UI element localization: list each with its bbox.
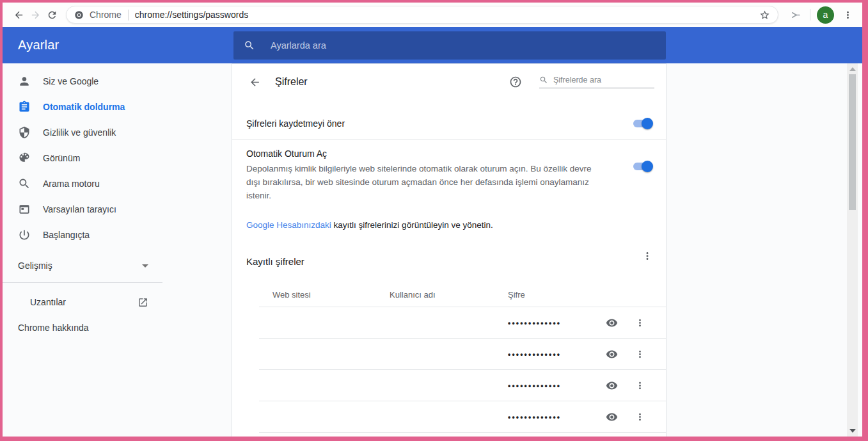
- omnibox[interactable]: Chrome chrome://settings/passwords: [66, 6, 778, 24]
- advanced-label: Gelişmiş: [18, 261, 52, 271]
- help-icon[interactable]: [509, 76, 522, 88]
- row-menu-icon[interactable]: [633, 378, 648, 394]
- sidebar-item-label: Otomatik doldurma: [43, 102, 125, 112]
- toggle-knob: [642, 161, 653, 172]
- table-row: •••••••••••••: [232, 339, 666, 370]
- auto-signin-row: Otomatik Oturum Aç Depolanmış kimlik bil…: [232, 140, 666, 202]
- password-search-placeholder: Şifrelerde ara: [553, 76, 601, 84]
- chrome-logo-icon: [74, 10, 84, 20]
- sidebar-advanced-toggle[interactable]: Gelişmiş: [3, 251, 162, 280]
- autofill-icon: [18, 100, 31, 113]
- sidebar-item-label: Başlangıçta: [43, 230, 90, 240]
- sidebar-item-search-engine[interactable]: Arama motoru: [3, 171, 162, 196]
- settings-sidebar: Siz ve Google Otomatik doldurma Gizlilik…: [3, 63, 162, 339]
- omnibox-product-label: Chrome: [90, 10, 122, 20]
- browser-window-icon: [18, 203, 31, 216]
- extension-icon[interactable]: [787, 6, 803, 23]
- scrollbar[interactable]: [847, 63, 858, 437]
- password-cell: •••••••••••••: [508, 413, 597, 422]
- bookmark-star-icon[interactable]: [756, 6, 773, 23]
- passwords-card: Şifreler Şifrelerde ara Şifreleri kaydet…: [232, 63, 667, 437]
- column-password: Şifre: [508, 290, 597, 300]
- page-title: Şifreler: [275, 76, 308, 88]
- avatar[interactable]: a: [817, 6, 834, 24]
- passwords-table-header: Web sitesi Kullanıcı adı Şifre: [232, 282, 666, 307]
- back-icon[interactable]: [10, 6, 27, 23]
- settings-search-input[interactable]: Ayarlarda ara: [233, 31, 666, 60]
- scrollbar-down-arrow-icon[interactable]: [849, 429, 856, 433]
- browser-menu-icon[interactable]: [839, 6, 856, 23]
- google-account-row: Google Hesabınızdaki kayıtlı şifrelerini…: [232, 202, 666, 230]
- auto-signin-description: Depolanmış kimlik bilgileriyle web sitel…: [246, 162, 604, 202]
- sidebar-item-you-and-google[interactable]: Siz ve Google: [3, 68, 162, 94]
- settings-title: Ayarlar: [18, 38, 59, 52]
- password-cell: •••••••••••••: [508, 319, 597, 328]
- omnibox-url[interactable]: chrome://settings/passwords: [135, 10, 756, 20]
- offer-save-label: Şifreleri kaydetmeyi öner: [246, 118, 345, 129]
- forward-icon[interactable]: [27, 6, 43, 23]
- toolbar-divider: [810, 9, 810, 20]
- browser-window: Chrome chrome://settings/passwords a Aya…: [3, 3, 862, 437]
- password-cell: •••••••••••••: [508, 381, 597, 390]
- row-menu-icon[interactable]: [633, 316, 648, 331]
- omnibox-separator: [128, 10, 129, 20]
- column-username: Kullanıcı adı: [390, 290, 508, 300]
- open-in-new-icon: [138, 297, 148, 308]
- offer-save-passwords-row: Şifreleri kaydetmeyi öner: [232, 108, 666, 140]
- table-row: •••••••••••••: [232, 307, 666, 339]
- password-cell: •••••••••••••: [508, 350, 597, 359]
- scrollbar-thumb[interactable]: [849, 74, 856, 210]
- reload-icon[interactable]: [43, 6, 60, 23]
- screenshot-frame: Chrome chrome://settings/passwords a Aya…: [0, 0, 868, 441]
- back-arrow-icon[interactable]: [248, 75, 262, 89]
- row-menu-icon[interactable]: [633, 347, 648, 362]
- show-password-eye-icon[interactable]: [604, 378, 619, 394]
- palette-icon: [18, 152, 31, 164]
- show-password-eye-icon[interactable]: [604, 410, 619, 425]
- sidebar-item-label: Siz ve Google: [43, 76, 99, 86]
- table-row: •••••••••••••: [232, 370, 666, 401]
- sidebar-item-label: Gizlilik ve güvenlik: [43, 127, 116, 138]
- browser-toolbar: Chrome chrome://settings/passwords a: [3, 3, 862, 27]
- sidebar-item-label: Varsayılan tarayıcı: [43, 204, 116, 214]
- sidebar-item-default-browser[interactable]: Varsayılan tarayıcı: [3, 196, 162, 222]
- sidebar-item-label: Arama motoru: [43, 179, 100, 189]
- sidebar-item-label: Görünüm: [43, 153, 80, 163]
- saved-passwords-menu-icon[interactable]: [642, 250, 654, 263]
- search-icon: [244, 40, 255, 51]
- search-icon: [539, 76, 548, 84]
- power-icon: [18, 229, 31, 241]
- about-label: Chrome hakkında: [18, 323, 89, 333]
- settings-body: Siz ve Google Otomatik doldurma Gizlilik…: [3, 63, 862, 437]
- person-icon: [18, 75, 31, 88]
- search-icon: [18, 177, 31, 190]
- column-website: Web sitesi: [272, 290, 390, 300]
- show-password-eye-icon[interactable]: [604, 347, 619, 362]
- scrollbar-up-arrow-icon[interactable]: [849, 67, 856, 71]
- extensions-label: Uzantılar: [30, 297, 66, 307]
- chevron-down-icon: [142, 264, 148, 268]
- subpage-header: Şifreler Şifrelerde ara: [232, 64, 666, 100]
- sidebar-item-about-chrome[interactable]: Chrome hakkında: [3, 317, 162, 339]
- sidebar-item-on-startup[interactable]: Başlangıçta: [3, 222, 162, 248]
- google-account-link[interactable]: Google Hesabınızdaki: [246, 220, 331, 230]
- row-menu-icon[interactable]: [633, 410, 648, 425]
- table-row: •••••••••••••: [232, 401, 666, 433]
- toggle-knob: [642, 118, 653, 129]
- password-search-input[interactable]: Şifrelerde ara: [539, 76, 654, 88]
- saved-passwords-title: Kayıtlı şifreler: [246, 256, 304, 267]
- shield-icon: [18, 126, 31, 139]
- sidebar-item-autofill[interactable]: Otomatik doldurma: [3, 94, 162, 120]
- auto-signin-toggle[interactable]: [633, 163, 652, 170]
- auto-signin-title: Otomatik Oturum Aç: [246, 148, 604, 159]
- show-password-eye-icon[interactable]: [604, 316, 619, 331]
- settings-header: Ayarlar Ayarlarda ara: [3, 27, 862, 63]
- settings-search-placeholder: Ayarlarda ara: [271, 40, 326, 51]
- google-account-suffix: kayıtlı şifrelerinizi görüntüleyin ve yö…: [331, 220, 493, 230]
- sidebar-item-extensions[interactable]: Uzantılar: [3, 287, 162, 317]
- sidebar-item-privacy-security[interactable]: Gizlilik ve güvenlik: [3, 120, 162, 145]
- offer-save-toggle[interactable]: [633, 120, 652, 127]
- sidebar-divider: [3, 282, 162, 283]
- sidebar-item-appearance[interactable]: Görünüm: [3, 145, 162, 171]
